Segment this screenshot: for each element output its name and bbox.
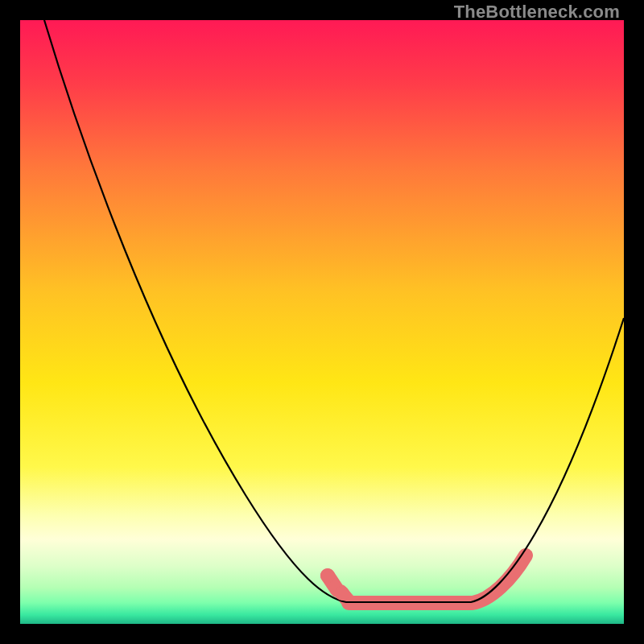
chart-svg bbox=[20, 20, 624, 624]
highlight-dot bbox=[335, 586, 349, 601]
highlight-dot bbox=[320, 568, 335, 583]
chart-frame: TheBottleneck.com bbox=[0, 0, 644, 644]
gradient-background bbox=[20, 20, 624, 624]
plot-area bbox=[20, 20, 624, 624]
